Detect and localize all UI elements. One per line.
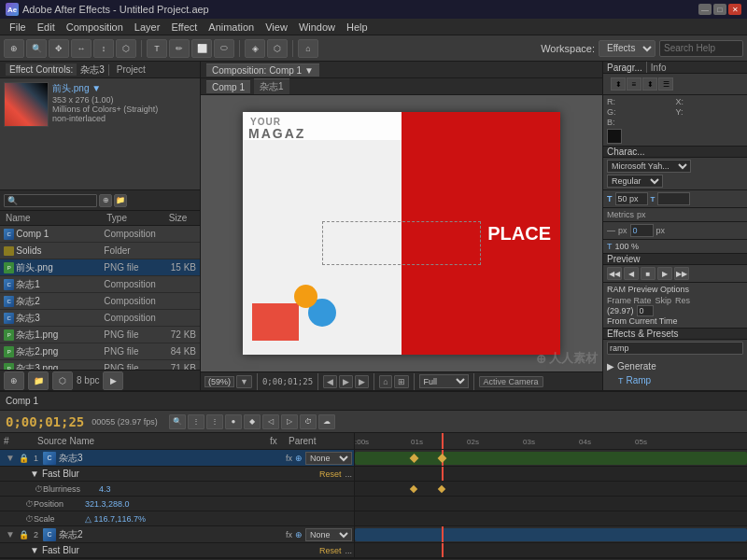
layer-1-scale-value[interactable]: △ 116.7,116.7% (85, 514, 146, 524)
project-new-btn[interactable]: ⊕ (99, 194, 112, 207)
layer-1-blur-reset[interactable]: Reset (319, 469, 342, 479)
grid-btn[interactable]: ⊞ (394, 375, 409, 388)
help-search-input[interactable] (659, 40, 743, 57)
toolbar-btn-4[interactable]: ↔ (71, 39, 92, 58)
preview-step-back-btn[interactable]: ◀ (624, 267, 639, 280)
kf-blurriness-1b[interactable] (438, 484, 445, 492)
track-layer-2[interactable] (355, 526, 747, 543)
tl-btn-a[interactable]: ⋮ (188, 414, 204, 429)
menu-effect[interactable]: Effect (165, 21, 203, 34)
project-row-0[interactable]: C Comp 1 Composition (0, 226, 200, 243)
toolbar-btn-3[interactable]: ✥ (49, 39, 69, 58)
camera-btn[interactable]: Active Camera (479, 376, 543, 387)
preview-stop-btn[interactable]: ■ (641, 267, 655, 280)
toolbar-btn-1[interactable]: ⊕ (4, 39, 24, 58)
kf-blurriness-1[interactable] (410, 484, 417, 492)
ec-filename[interactable]: 前头.png ▼ (52, 82, 196, 95)
toolbar-btn-snap[interactable]: ⌂ (298, 39, 318, 58)
timeline-ruler[interactable]: :00s 01s 02s 03s 04s 05s (355, 433, 747, 450)
tl-btn-h[interactable]: ☁ (318, 414, 335, 429)
layer-2-expand-btn[interactable]: ▼ (2, 529, 19, 539)
tl-btn-g[interactable]: ⏱ (300, 414, 317, 429)
blurriness-value[interactable]: 4.3 (99, 484, 111, 494)
toolbar-btn-11[interactable]: ◈ (245, 39, 265, 58)
tl-btn-d[interactable]: ◆ (244, 414, 261, 429)
left-panel-btn-3[interactable]: ⬡ (52, 371, 73, 390)
project-row-1[interactable]: Solids Folder (0, 243, 200, 259)
snap-btn[interactable]: ⌂ (379, 375, 391, 388)
tracking-input[interactable] (630, 224, 654, 237)
tl-btn-c[interactable]: ● (225, 414, 242, 429)
workspace-select[interactable]: Effects (599, 40, 655, 57)
position-stopwatch-icon[interactable]: ⏱ (25, 499, 34, 509)
zoom-dropdown-btn[interactable]: ▼ (236, 375, 252, 388)
project-row-7[interactable]: P 杂志2.png PNG file 84 KB (0, 343, 200, 360)
next-frame-btn[interactable]: ▶ (355, 375, 369, 388)
quality-select[interactable]: Full Half Quarter (419, 374, 469, 388)
comp-tab-main[interactable]: Composition: Comp 1 ▼ (206, 63, 319, 77)
preview-prev-btn[interactable]: ◀◀ (607, 267, 622, 280)
scale-stopwatch-icon[interactable]: ⏱ (25, 514, 34, 524)
layer-2-blur-reset[interactable]: Reset (319, 546, 342, 555)
effects-presets-label[interactable]: Effects & Presets (607, 329, 743, 339)
menu-window[interactable]: Window (293, 21, 341, 34)
timeline-timecode[interactable]: 0;00;01;25 (6, 414, 84, 429)
menu-composition[interactable]: Composition (61, 21, 129, 34)
window-controls[interactable]: — □ ✕ (698, 4, 741, 15)
tl-btn-f[interactable]: ▷ (281, 414, 298, 429)
menu-animation[interactable]: Animation (203, 21, 260, 34)
tl-search-btn[interactable]: 🔍 (169, 414, 186, 429)
layer-row-2[interactable]: ▼ 🔒 2 C 杂志2 fx ⊕ None (0, 526, 354, 543)
layer-row-1[interactable]: ▼ 🔒 1 C 杂志3 fx ⊕ None (0, 450, 354, 467)
preview-next-btn[interactable]: ▶▶ (674, 267, 689, 280)
toolbar-btn-5[interactable]: ↕ (93, 39, 114, 58)
comp-viewer[interactable]: YOUR MAGAZ PLACE ⊕ 人人素材 (201, 95, 602, 371)
project-tab[interactable]: Project (113, 63, 149, 76)
toolbar-btn-9[interactable]: ⬜ (191, 39, 212, 58)
layer-2-parent-select[interactable]: None (305, 528, 352, 541)
paragraph-tab[interactable]: Paragr... (607, 63, 642, 73)
project-row-5[interactable]: C 杂志3 Composition (0, 310, 200, 327)
toolbar-btn-2[interactable]: 🔍 (26, 39, 47, 58)
leading-input[interactable] (657, 192, 690, 205)
font-style-select[interactable]: Regular (607, 175, 663, 188)
toolbar-btn-12[interactable]: ⬡ (267, 39, 288, 58)
menu-view[interactable]: View (260, 21, 293, 34)
zoom-display[interactable]: (59%) (204, 376, 234, 387)
toolbar-btn-8[interactable]: ✏ (169, 39, 190, 58)
maximize-button[interactable]: □ (713, 4, 726, 15)
ramp-item[interactable]: T Ramp (603, 373, 747, 387)
toolbar-btn-10[interactable]: ⬭ (214, 39, 234, 58)
align-justify-btn[interactable]: ☰ (658, 77, 673, 91)
toolbar-btn-7[interactable]: T (147, 39, 167, 58)
bpc-btn[interactable]: ▶ (103, 371, 123, 390)
close-button[interactable]: ✕ (728, 4, 741, 15)
align-left-btn[interactable]: ⬍ (611, 77, 626, 91)
viewer-tab-comp1[interactable]: Comp 1 (206, 80, 250, 93)
preview-label[interactable]: Preview (607, 254, 641, 264)
character-tab[interactable]: Charac... (603, 147, 747, 158)
new-item-btn[interactable]: ⊕ (4, 371, 24, 390)
preview-step-fwd-btn[interactable]: ▶ (657, 267, 672, 280)
layer-2-effect-triangle[interactable]: ▼ (30, 545, 39, 555)
layer-1-expand-btn[interactable]: ▼ (2, 453, 19, 463)
align-right-btn[interactable]: ⬍ (642, 77, 657, 91)
generate-folder[interactable]: ▶ Generate (603, 359, 747, 373)
menu-file[interactable]: File (4, 21, 32, 34)
effect-controls-tab[interactable]: Effect Controls: (6, 63, 77, 76)
track-layer-1[interactable] (355, 450, 747, 467)
align-center-btn[interactable]: ≡ (627, 77, 641, 91)
from-current-label[interactable]: From Current Time (607, 316, 743, 326)
layer-1-effect-triangle[interactable]: ▼ (30, 469, 39, 479)
info-tab[interactable]: Info (651, 63, 667, 73)
project-row-4[interactable]: C 杂志2 Composition (0, 293, 200, 310)
menu-edit[interactable]: Edit (32, 21, 61, 34)
viewer-tab-magazine1[interactable]: 杂志1 (254, 78, 289, 94)
project-row-8[interactable]: P 杂志3.png PNG file 71 KB (0, 360, 200, 370)
menu-layer[interactable]: Layer (129, 21, 166, 34)
project-row-2[interactable]: P 前头.png PNG file 15 KB (0, 259, 200, 276)
play-btn[interactable]: ▶ (339, 375, 353, 388)
blurriness-stopwatch-icon[interactable]: ⏱ (35, 484, 43, 494)
project-row-3[interactable]: C 杂志1 Composition (0, 276, 200, 293)
tl-btn-e[interactable]: ◁ (262, 414, 279, 429)
